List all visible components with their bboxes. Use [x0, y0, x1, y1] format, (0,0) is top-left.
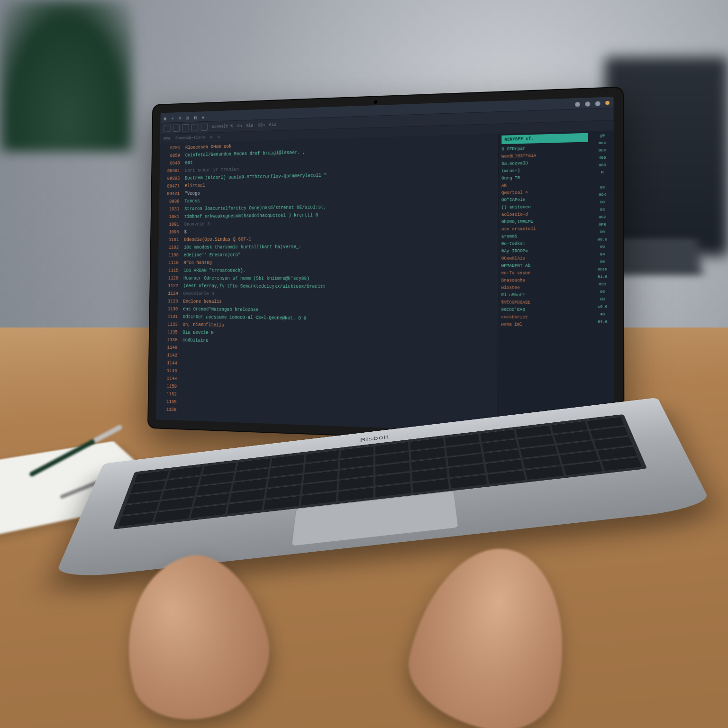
line-number: 1130	[159, 306, 178, 314]
panel-badge: 40	[592, 311, 613, 319]
line-number: 1135	[159, 328, 177, 337]
panel-badge: 400	[592, 155, 612, 163]
panel-line: Bnasosohs	[501, 277, 588, 285]
panel-main-column: NERYSEE cf. 8 OTRrparWenBLlB3fFmiASa.eco…	[498, 131, 591, 435]
line-number: 1124	[159, 290, 178, 298]
line-number: 1102	[160, 244, 179, 252]
notification-dot	[605, 101, 610, 105]
code-line: 1O1 ARDAN "trroatodech}.	[183, 267, 494, 276]
line-number: 0859	[162, 152, 180, 160]
menu-item[interactable]: Sla	[246, 122, 253, 129]
line-number: 1091	[161, 221, 179, 229]
panel-line: 0Ay IROOP=	[501, 248, 588, 255]
titlebar-icon-group: ▣ ✕ ⚙ ▤ ◧ ◈	[164, 114, 206, 120]
tab[interactable]: Nma	[164, 136, 171, 142]
panel-badge: 06	[592, 289, 613, 296]
panel-badge: 082	[592, 214, 613, 222]
toolbar-button[interactable]	[164, 125, 170, 132]
line-number: 1122	[160, 282, 178, 290]
panel-badge: 00.0	[592, 237, 613, 244]
panel-badge: s6 0	[592, 304, 613, 311]
code-line: edeline'' Eresnro}oro"	[184, 251, 494, 259]
panel-badge: 04	[592, 252, 613, 259]
line-number: 1138	[159, 337, 178, 345]
line-number: 1158	[158, 406, 177, 414]
editor-body: 0701085908400040109303084710942109891031…	[156, 130, 614, 436]
panel-line: aoloscio-d	[501, 210, 588, 219]
line-number: 1108	[160, 252, 179, 259]
laptop-screen-assembly: ▣ ✕ ⚙ ▤ ◧ ◈ scnvslt % An	[147, 87, 624, 447]
split-icon[interactable]: ◧	[194, 114, 199, 119]
plant-blur	[0, 0, 133, 152]
line-number: 00401	[161, 167, 180, 175]
toolbar-button[interactable]	[191, 124, 199, 131]
laptop-brand: Bisboit	[360, 434, 389, 443]
panel-badge: 903	[592, 162, 612, 170]
toolbar-button[interactable]	[201, 124, 208, 131]
line-number: 1155	[158, 398, 177, 407]
line-number: 1148	[158, 375, 177, 383]
panel-line: Rl.uMhnf!	[501, 292, 588, 300]
line-number: 1101	[160, 237, 179, 244]
tab[interactable]: Reoenle~rie~s	[175, 134, 205, 142]
menu-item[interactable]: Sln	[257, 122, 264, 128]
menu-item[interactable]: An	[237, 123, 242, 129]
panel-badge: M	[592, 170, 612, 177]
panel-badge: 006	[592, 147, 612, 155]
panel-badge	[592, 177, 613, 184]
editor-window: ▣ ✕ ⚙ ▤ ◧ ◈ scnvslt % An	[156, 97, 614, 436]
panel-line: arem0S	[501, 233, 588, 241]
panel-badge: 0DIN	[592, 266, 613, 274]
clock-icon	[585, 101, 590, 107]
panel-line: OhORO,IMMEME	[501, 218, 588, 226]
screen-bezel: ▣ ✕ ⚙ ▤ ◧ ◈ scnvslt % An	[147, 87, 624, 447]
tab[interactable]: s	[218, 134, 220, 140]
line-number: 09303	[161, 175, 180, 183]
line-number: 08471	[161, 183, 180, 191]
panel-line: wona iml	[501, 321, 588, 330]
panel-line: wiostee	[501, 285, 588, 293]
panel-line: osx orsantell	[501, 226, 588, 234]
panel-badge-column: g0moo006400903M090940093082AF00000.06904…	[591, 130, 614, 436]
toolbar-button[interactable]	[173, 125, 180, 132]
panel-badge: AF0	[592, 221, 613, 229]
line-number: 1128	[159, 298, 178, 306]
panel-badge: 69	[592, 244, 613, 252]
side-panel: NERYSEE cf. 8 OTRrparWenBLlB3fFmiASa.eco…	[497, 130, 614, 436]
panel-badge: 00	[592, 229, 613, 237]
panel-badge: 04.0	[592, 318, 613, 326]
line-number: 1144	[158, 360, 177, 368]
photo-scene: ▣ ✕ ⚙ ▤ ◧ ◈ scnvslt % An	[0, 0, 728, 728]
line-number: 1150	[158, 382, 177, 391]
panel-header: NERYSEE cf.	[501, 133, 588, 145]
status-icon	[575, 102, 580, 107]
wifi-icon	[595, 101, 601, 106]
panel-line: 0o-todks:	[501, 240, 588, 248]
line-number: 1142	[159, 352, 178, 360]
line-number: 1115	[160, 267, 178, 275]
tab[interactable]: a	[210, 134, 213, 141]
close-icon[interactable]: ✕	[172, 115, 176, 120]
panel-badge: 031	[592, 282, 613, 289]
toolbar-button[interactable]	[182, 124, 189, 132]
line-number: 1081	[161, 213, 179, 221]
list-icon[interactable]: ▤	[187, 115, 191, 119]
menu-item[interactable]: Clo	[269, 122, 276, 128]
line-number: 1133	[159, 321, 177, 329]
line-number: 1110	[160, 260, 178, 267]
line-number-gutter: 0701085908400040109303084710942109891031…	[156, 143, 182, 420]
line-number: 1031	[161, 206, 179, 214]
panel-line: $VEOUPDOASE	[501, 299, 588, 307]
line-number: 1120	[160, 275, 178, 282]
window-icon[interactable]: ▣	[164, 116, 168, 120]
line-number: 1131	[159, 313, 178, 321]
gear-icon[interactable]: ⚙	[179, 115, 183, 119]
webcam	[373, 100, 378, 104]
line-number: 1152	[158, 391, 177, 399]
panel-badge: 93	[592, 207, 613, 214]
code-line: 10t mmodesk tharsomic burtsllikart hajve…	[184, 243, 494, 252]
diamond-icon[interactable]: ◈	[202, 114, 206, 119]
panel-badge: 01:0	[592, 274, 613, 282]
line-number: 0989	[161, 198, 179, 206]
code-area[interactable]: Rloecesea OHom ookCoinfetal/Genundon Red…	[178, 134, 499, 432]
